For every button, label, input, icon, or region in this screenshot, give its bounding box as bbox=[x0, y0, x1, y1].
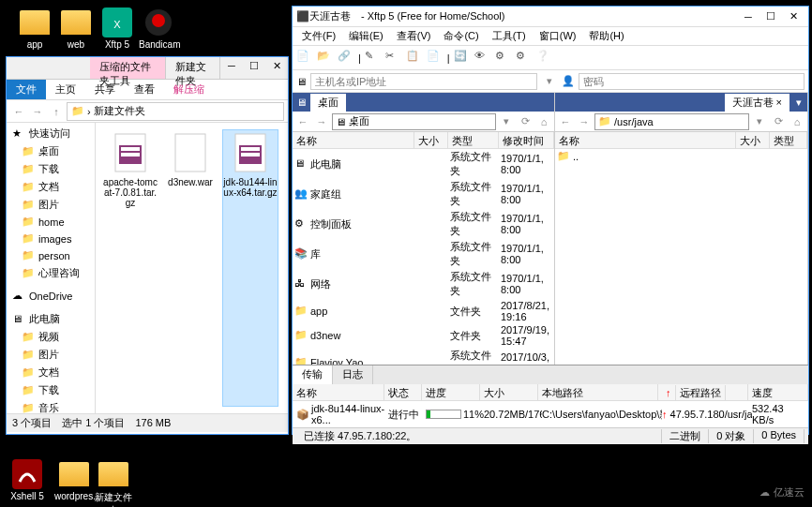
list-item[interactable]: 🖧网络系统文件夹1970/1/1, 8:00 bbox=[293, 269, 554, 299]
sidebar-item[interactable]: 📁person bbox=[7, 247, 95, 264]
open-icon[interactable]: 📂 bbox=[317, 50, 334, 67]
list-item[interactable]: 📁d3new文件夹2017/9/19, 15:47 bbox=[293, 323, 554, 348]
menu-item[interactable]: 工具(T) bbox=[487, 27, 532, 45]
sidebar-item[interactable]: 📁心理咨询 bbox=[7, 264, 95, 282]
sidebar-item[interactable]: 📁下载 bbox=[7, 381, 95, 399]
close-button[interactable]: ✕ bbox=[265, 57, 288, 74]
col-type[interactable]: 类型 bbox=[448, 132, 499, 148]
view-icon[interactable]: 👁 bbox=[474, 50, 491, 67]
tab-log[interactable]: 日志 bbox=[333, 365, 373, 384]
settings-icon[interactable]: ⚙ bbox=[495, 50, 512, 67]
desktop-icon-wordpres...[interactable]: wordpres... bbox=[54, 459, 94, 501]
col-status[interactable]: 状态 bbox=[384, 384, 422, 400]
list-item[interactable]: 📚库系统文件夹1970/1/1, 8:00 bbox=[293, 239, 554, 269]
sidebar-item[interactable]: ☁OneDrive bbox=[7, 288, 95, 305]
remote-list[interactable]: 📁.. bbox=[555, 149, 807, 365]
col-speed[interactable]: 速度 bbox=[748, 384, 808, 400]
col-name[interactable]: 名称 bbox=[555, 132, 736, 148]
sidebar-item[interactable]: 📁home bbox=[7, 214, 95, 231]
ribbon-view[interactable]: 查看 bbox=[125, 80, 164, 99]
list-item[interactable]: 🖥此电脑系统文件夹1970/1/1, 8:00 bbox=[293, 149, 554, 179]
forward-icon[interactable]: → bbox=[576, 113, 593, 130]
col-size[interactable]: 大小 bbox=[480, 384, 538, 400]
help-icon[interactable]: ❔ bbox=[536, 50, 553, 67]
sidebar-item[interactable]: 📁下载 bbox=[7, 160, 95, 178]
list-item[interactable]: ⚙控制面板系统文件夹1970/1/1, 8:00 bbox=[293, 209, 554, 239]
sidebar-item[interactable]: 📁文档 bbox=[7, 178, 95, 196]
gear-icon[interactable]: ⚙ bbox=[516, 50, 533, 67]
sidebar-item[interactable]: 🖥此电脑 bbox=[7, 310, 95, 328]
file-tile[interactable]: apache-tomcat-7.0.81.tar.gz bbox=[103, 130, 158, 406]
desktop-icon-新建文件夹[interactable]: 新建文件夹 bbox=[94, 459, 133, 507]
back-icon[interactable]: ← bbox=[294, 113, 311, 130]
desktop-icon-app[interactable]: app bbox=[15, 7, 54, 50]
password-input[interactable] bbox=[579, 73, 805, 90]
tab-compressed-tools[interactable]: 压缩的文件夹工具 bbox=[90, 57, 166, 79]
forward-icon[interactable]: → bbox=[29, 103, 46, 120]
col-local[interactable]: 本地路径 bbox=[538, 384, 658, 400]
desktop-icon-Xshell 5[interactable]: Xshell 5 bbox=[8, 459, 47, 501]
ribbon-home[interactable]: 主页 bbox=[46, 80, 85, 99]
col-size[interactable]: 大小 bbox=[414, 132, 448, 148]
col-progress[interactable]: 进度 bbox=[422, 384, 480, 400]
tab-transfer[interactable]: 传输 bbox=[293, 365, 333, 384]
menu-item[interactable]: 窗口(W) bbox=[534, 27, 582, 45]
sidebar-item[interactable]: 📁images bbox=[7, 231, 95, 247]
connect-icon[interactable]: 🔗 bbox=[338, 50, 354, 67]
menu-item[interactable]: 编辑(E) bbox=[343, 27, 389, 45]
sidebar-item[interactable]: 📁音乐 bbox=[7, 399, 95, 413]
forward-icon[interactable]: → bbox=[313, 113, 330, 130]
maximize-button[interactable]: ☐ bbox=[759, 8, 782, 25]
up-icon[interactable]: ↑ bbox=[48, 103, 65, 120]
local-tab[interactable]: 桌面 bbox=[310, 94, 347, 112]
menu-item[interactable]: 查看(V) bbox=[391, 27, 437, 45]
remote-path[interactable]: 📁 /usr/java bbox=[594, 113, 749, 130]
list-item[interactable]: 📁.. bbox=[555, 149, 807, 164]
list-item[interactable]: 👥家庭组系统文件夹1970/1/1, 8:00 bbox=[293, 179, 554, 209]
remote-tab[interactable]: 天涯古巷 × bbox=[725, 94, 791, 112]
col-date[interactable]: 修改时间 bbox=[499, 132, 554, 148]
sidebar-item[interactable]: 📁图片 bbox=[7, 196, 95, 214]
sidebar-item[interactable]: 📁视频 bbox=[7, 328, 95, 346]
menu-item[interactable]: 文件(F) bbox=[296, 27, 341, 45]
list-item[interactable]: 📁app文件夹2017/8/21, 19:16 bbox=[293, 299, 554, 323]
back-icon[interactable]: ← bbox=[557, 113, 574, 130]
ribbon-extract[interactable]: 解压缩 bbox=[164, 80, 214, 99]
desktop-icon-Xftp 5[interactable]: XXftp 5 bbox=[98, 7, 137, 50]
home-icon[interactable]: ⌂ bbox=[789, 113, 805, 130]
sidebar-item[interactable]: ★快速访问 bbox=[7, 125, 95, 142]
chevron-down-icon[interactable]: ▾ bbox=[790, 94, 807, 111]
paste-icon[interactable]: 📄 bbox=[427, 50, 444, 67]
local-list[interactable]: 🖥此电脑系统文件夹1970/1/1, 8:00👥家庭组系统文件夹1970/1/1… bbox=[293, 149, 554, 365]
maximize-button[interactable]: ☐ bbox=[243, 57, 265, 74]
list-item[interactable]: 📁Flavioy Yao系统文件夹2017/10/3, 8:14 bbox=[293, 348, 554, 365]
chevron-down-icon[interactable]: ▾ bbox=[541, 73, 558, 90]
edit-icon[interactable]: ✎ bbox=[365, 50, 382, 67]
back-icon[interactable]: ← bbox=[10, 103, 27, 120]
refresh-icon[interactable]: ⟳ bbox=[770, 113, 787, 130]
ribbon-share[interactable]: 共享 bbox=[85, 80, 125, 99]
minimize-button[interactable]: ─ bbox=[220, 57, 243, 74]
chevron-down-icon[interactable]: ▾ bbox=[498, 113, 515, 130]
minimize-button[interactable]: ─ bbox=[737, 8, 759, 25]
transfer-row[interactable]: 📦jdk-8u144-linux-x6... 进行中 11% 20.72MB/1… bbox=[293, 401, 808, 427]
host-input[interactable] bbox=[310, 73, 537, 90]
menu-item[interactable]: 命令(C) bbox=[438, 27, 484, 45]
address-path[interactable]: 📁 › 新建文件夹 bbox=[67, 102, 284, 121]
close-button[interactable]: ✕ bbox=[782, 8, 804, 25]
col-type[interactable]: 类型 bbox=[770, 132, 807, 148]
tab-new-folder[interactable]: 新建文件夹 bbox=[166, 57, 220, 79]
col-name[interactable]: 名称 bbox=[293, 132, 414, 148]
col-remote[interactable]: ↑远程路径 bbox=[658, 384, 748, 400]
copy-icon[interactable]: 📋 bbox=[406, 50, 423, 67]
menu-item[interactable]: 帮助(H) bbox=[583, 27, 629, 45]
home-icon[interactable]: ⌂ bbox=[535, 113, 552, 130]
file-tile[interactable]: jdk-8u144-linux-x64.tar.gz bbox=[223, 130, 278, 406]
ribbon-file[interactable]: 文件 bbox=[7, 80, 46, 99]
local-path[interactable]: 🖥 桌面 bbox=[332, 113, 496, 130]
explorer-content[interactable]: apache-tomcat-7.0.81.tar.gzd3new.warjdk-… bbox=[96, 123, 288, 413]
desktop-icon-web[interactable]: web bbox=[56, 7, 96, 50]
sidebar-item[interactable]: 📁桌面 bbox=[7, 142, 95, 160]
desktop-icon-Bandicam[interactable]: Bandicam bbox=[139, 7, 178, 50]
sidebar-item[interactable]: 📁图片 bbox=[7, 346, 95, 364]
